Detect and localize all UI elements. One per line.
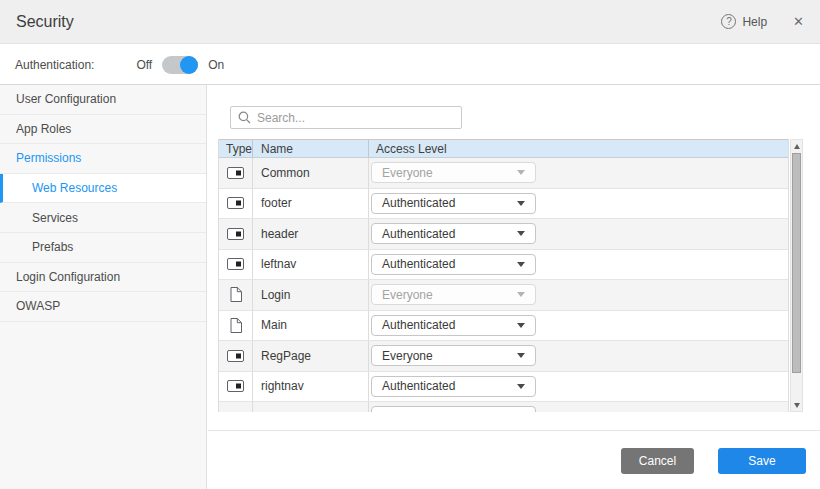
access-level-dropdown: Everyone [371,284,536,305]
access-level-dropdown [371,406,536,412]
sidebar-item-prefabs[interactable]: Prefabs [0,233,206,263]
chevron-down-icon [517,323,525,328]
access-level-dropdown[interactable]: Everyone [371,345,536,366]
scrollbar-thumb[interactable] [792,153,801,373]
sidebar-item-web-resources[interactable]: Web Resources [0,174,206,204]
sidebar: User Configuration App Roles Permissions… [0,85,207,489]
table-row: CommonEveryone [219,158,788,189]
access-level-value: Authenticated [382,227,517,241]
access-level-value: Authenticated [382,379,517,393]
table-row [219,402,788,412]
access-level-value: Authenticated [382,257,517,271]
chevron-down-icon [517,170,525,175]
access-level-value: Everyone [382,166,517,180]
access-level-value: Everyone [382,349,517,363]
table-row: leftnavAuthenticated [219,250,788,281]
toggle-knob [180,56,198,74]
partial-page-icon [227,380,244,392]
scrollbar-up-arrow-icon[interactable] [791,140,802,152]
type-cell [219,250,253,280]
access-level-value: Authenticated [382,196,517,210]
footer-divider [208,430,820,431]
chevron-down-icon [517,231,525,236]
access-cell: Everyone [369,158,788,188]
resource-name: header [253,219,369,249]
chevron-down-icon [517,201,525,206]
authentication-bar: Authentication: Off On [0,45,820,85]
resource-name: leftnav [253,250,369,280]
save-button[interactable]: Save [718,448,806,474]
search-icon [238,111,251,124]
access-cell: Authenticated [369,189,788,219]
resources-table: Type Name Access Level CommonEveryonefoo… [218,139,789,412]
toggle-off-label: Off [136,58,152,72]
column-header-type: Type [219,140,253,157]
resource-name: Common [253,158,369,188]
access-cell: Everyone [369,341,788,371]
resource-name [253,402,369,412]
sidebar-item-permissions[interactable]: Permissions [0,144,206,174]
sidebar-item-services[interactable]: Services [0,203,206,233]
scrollbar-down-arrow-icon[interactable] [791,399,802,411]
search-box [230,106,462,129]
help-icon: ? [721,14,736,29]
toggle-on-label: On [208,58,224,72]
help-label: Help [742,15,767,29]
partial-page-icon [227,228,244,240]
resource-name: footer [253,189,369,219]
access-level-dropdown[interactable]: Authenticated [371,223,536,244]
type-cell [219,372,253,402]
type-cell [219,341,253,371]
access-level-value: Authenticated [382,318,517,332]
authentication-toggle[interactable] [162,56,198,74]
table-row: footerAuthenticated [219,189,788,220]
partial-page-icon [227,350,244,362]
access-level-dropdown: Everyone [371,162,536,183]
chevron-down-icon [517,292,525,297]
type-cell [219,219,253,249]
type-cell [219,158,253,188]
chevron-down-icon [517,262,525,267]
search-input[interactable] [257,111,454,125]
access-cell: Authenticated [369,219,788,249]
table-row: rightnavAuthenticated [219,372,788,403]
vertical-scrollbar[interactable] [790,139,803,412]
page-title: Security [16,13,74,31]
access-level-value: Everyone [382,288,517,302]
security-dialog: Security ? Help ✕ Authentication: Off On… [0,0,820,489]
table-row: LoginEveryone [219,280,788,311]
access-level-dropdown[interactable]: Authenticated [371,376,536,397]
help-button[interactable]: ? Help [721,14,767,29]
table-body: CommonEveryonefooterAuthenticatedheaderA… [219,158,788,412]
partial-page-icon [227,197,244,209]
chevron-down-icon [517,353,525,358]
access-cell: Authenticated [369,311,788,341]
access-level-dropdown[interactable]: Authenticated [371,254,536,275]
title-bar: Security ? Help ✕ [0,0,820,44]
sidebar-item-app-roles[interactable]: App Roles [0,115,206,145]
table-row: RegPageEveryone [219,341,788,372]
cancel-button[interactable]: Cancel [621,448,694,474]
access-cell: Authenticated [369,372,788,402]
partial-page-icon [227,167,244,179]
page-icon [230,287,242,302]
table-header-row: Type Name Access Level [219,139,788,158]
resource-name: Main [253,311,369,341]
page-icon [230,318,242,333]
sidebar-item-owasp[interactable]: OWASP [0,292,206,322]
column-header-name: Name [253,140,369,157]
main-content: Type Name Access Level CommonEveryonefoo… [208,85,820,489]
authentication-label: Authentication: [15,58,94,72]
access-cell [369,402,788,412]
access-level-dropdown[interactable]: Authenticated [371,315,536,336]
partial-page-icon [227,258,244,270]
type-cell [219,280,253,310]
table-row: MainAuthenticated [219,311,788,342]
column-header-access-level: Access Level [369,140,788,157]
sidebar-item-user-configuration[interactable]: User Configuration [0,85,206,115]
resource-name: Login [253,280,369,310]
sidebar-item-login-configuration[interactable]: Login Configuration [0,263,206,293]
close-icon[interactable]: ✕ [793,14,804,29]
access-cell: Authenticated [369,250,788,280]
access-level-dropdown[interactable]: Authenticated [371,193,536,214]
